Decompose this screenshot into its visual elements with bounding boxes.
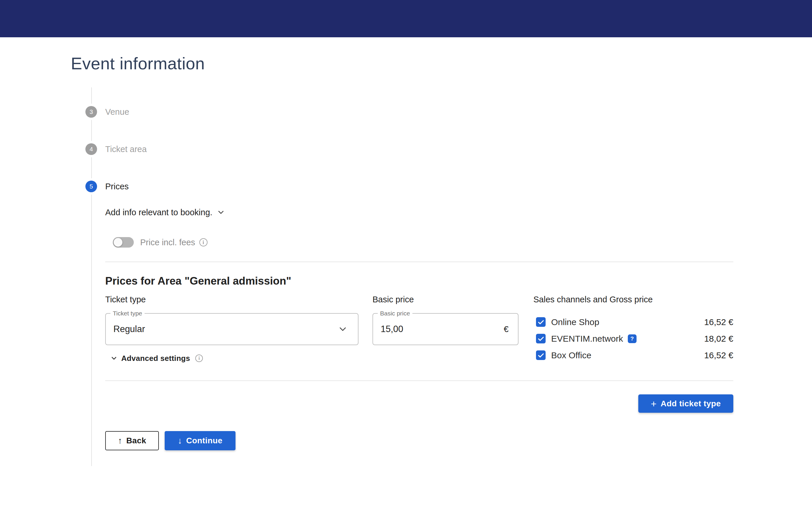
chevron-down-icon	[110, 355, 118, 362]
channel-label: Online Shop	[551, 317, 599, 327]
currency-symbol: €	[504, 314, 509, 345]
arrow-up-icon: ↑	[118, 436, 122, 445]
price-incl-fees-toggle[interactable]	[113, 237, 134, 248]
checkbox-checked-icon[interactable]	[536, 350, 546, 360]
ticket-type-select[interactable]: Ticket type Regular	[105, 313, 359, 345]
ticket-type-select-value: Regular	[113, 314, 145, 345]
step-label: Venue	[105, 107, 129, 117]
info-icon[interactable]: i	[200, 238, 208, 246]
channel-gross-price: 18,02 €	[704, 334, 733, 344]
price-incl-fees-label: Price incl. fees	[140, 238, 195, 247]
column-header-ticket-type: Ticket type	[105, 295, 146, 305]
sales-channels-list: Online Shop 16,52 € EVENTIM.network ? 18…	[536, 314, 733, 363]
arrow-down-icon: ↓	[178, 436, 182, 445]
add-ticket-type-label: Add ticket type	[661, 399, 721, 408]
back-button[interactable]: ↑ Back	[105, 431, 159, 450]
step-label: Ticket area	[105, 145, 147, 154]
continue-button[interactable]: ↓ Continue	[165, 431, 236, 450]
stepper-step-venue[interactable]: 3 Venue	[85, 106, 129, 118]
continue-button-label: Continue	[186, 436, 223, 445]
sales-channel-row-eventim-network: EVENTIM.network ? 18,02 €	[536, 330, 733, 347]
step-number-badge: 4	[85, 143, 97, 155]
booking-info-expander[interactable]: Add info relevant to booking.	[105, 206, 225, 219]
step-label: Prices	[105, 182, 129, 191]
add-ticket-type-button[interactable]: + Add ticket type	[638, 394, 733, 413]
step-number-badge: 5	[85, 181, 97, 192]
app-header	[0, 0, 812, 37]
channel-label: Box Office	[551, 350, 591, 360]
stepper-step-ticket-area[interactable]: 4 Ticket area	[85, 143, 147, 155]
section-divider	[105, 380, 733, 381]
toggle-knob	[114, 238, 123, 247]
advanced-settings-expander[interactable]: Advanced settings i	[110, 353, 203, 364]
plus-icon: +	[651, 399, 657, 409]
advanced-settings-label: Advanced settings	[121, 354, 190, 363]
booking-info-label: Add info relevant to booking.	[105, 208, 212, 217]
step-number-badge: 3	[85, 106, 97, 118]
page-title: Event information	[71, 54, 205, 73]
checkbox-checked-icon[interactable]	[536, 317, 546, 327]
back-button-label: Back	[126, 436, 146, 445]
channel-gross-price: 16,52 €	[704, 350, 733, 360]
channel-gross-price: 16,52 €	[704, 317, 733, 327]
sales-channel-row-online-shop: Online Shop 16,52 €	[536, 314, 733, 330]
channel-label: EVENTIM.network	[551, 334, 623, 344]
price-incl-fees-row: Price incl. fees i	[113, 236, 208, 249]
stepper-step-prices[interactable]: 5 Prices	[85, 181, 129, 192]
basic-price-input-value: 15,00	[381, 314, 403, 345]
checkbox-checked-icon[interactable]	[536, 334, 546, 343]
column-header-sales-channels: Sales channels and Gross price	[534, 295, 653, 305]
event-wizard-page: Event information 3 Venue 4 Ticket area …	[0, 0, 812, 524]
info-icon[interactable]: i	[195, 355, 203, 362]
prices-area-title: Prices for Area "General admission"	[105, 275, 291, 287]
help-icon[interactable]: ?	[628, 334, 637, 343]
sales-channel-row-box-office: Box Office 16,52 €	[536, 347, 733, 363]
section-divider	[105, 262, 733, 262]
basic-price-input[interactable]: Basic price 15,00 €	[372, 313, 519, 345]
chevron-down-icon	[217, 208, 225, 217]
column-header-basic-price: Basic price	[372, 295, 414, 305]
chevron-down-icon	[337, 324, 348, 334]
